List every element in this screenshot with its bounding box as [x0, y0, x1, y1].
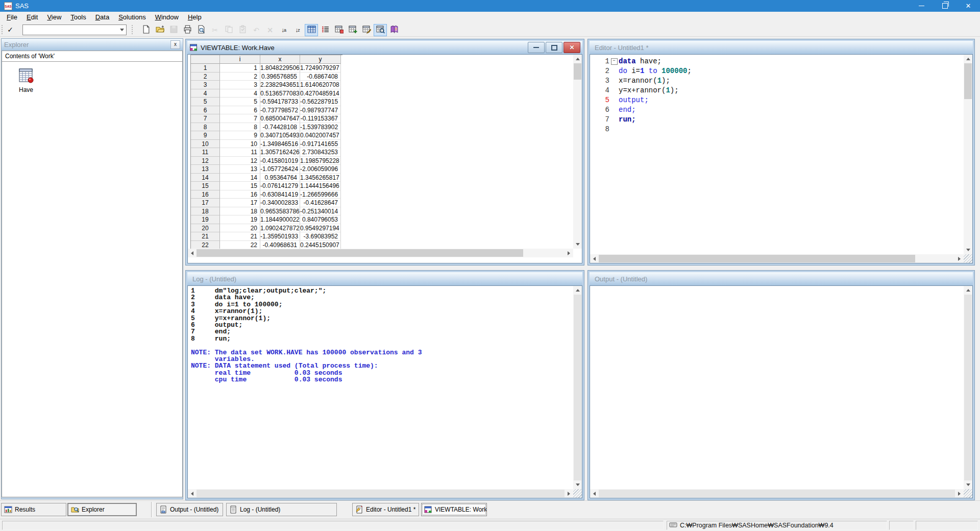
tab-results[interactable]: Results: [1, 503, 66, 516]
resize-grip[interactable]: [573, 489, 582, 498]
data-cell[interactable]: -0.737798572: [260, 106, 300, 115]
data-cell[interactable]: -1.349846516: [260, 140, 300, 149]
column-header-y[interactable]: y: [300, 55, 341, 64]
editor-title-bar[interactable]: Editor - Untitled1 *: [590, 41, 973, 54]
menu-file[interactable]: File: [2, 12, 22, 22]
data-cell[interactable]: 2: [220, 73, 260, 81]
data-cell[interactable]: 0.2445150907: [300, 241, 341, 250]
data-cell[interactable]: -0.119153367: [300, 114, 341, 123]
data-cell[interactable]: -3.69083952: [300, 232, 341, 241]
data-cell[interactable]: -0.6867408: [300, 73, 341, 81]
row-number-cell[interactable]: 7: [191, 114, 220, 123]
data-cell[interactable]: 0.5136577083: [260, 89, 300, 98]
data-cell[interactable]: 2.2382943651: [260, 81, 300, 89]
data-cell[interactable]: 1.6140620708: [300, 81, 341, 89]
row-number-cell[interactable]: 1: [191, 64, 220, 73]
data-cell[interactable]: 0.0402007457: [300, 131, 341, 140]
data-cell[interactable]: 1.3456265817: [300, 174, 341, 182]
where-clause-button[interactable]: [374, 24, 387, 36]
scroll-right-icon[interactable]: [565, 249, 573, 257]
data-cell[interactable]: 8: [220, 123, 260, 132]
row-number-cell[interactable]: 5: [191, 98, 220, 106]
scroll-left-icon[interactable]: [590, 254, 599, 263]
data-cell[interactable]: 22: [220, 241, 260, 250]
column-header-i[interactable]: i: [220, 55, 260, 64]
data-cell[interactable]: 1.8048229506: [260, 64, 300, 73]
data-cell[interactable]: 4: [220, 89, 260, 98]
copy-button[interactable]: [222, 24, 235, 36]
scroll-down-icon[interactable]: [964, 246, 972, 254]
data-cell[interactable]: 0.6850047647: [260, 114, 300, 123]
delete-button[interactable]: ✕: [263, 24, 277, 36]
data-cell[interactable]: 3: [220, 81, 260, 89]
scroll-left-icon[interactable]: [590, 489, 599, 498]
data-cell[interactable]: -0.917141655: [300, 140, 341, 149]
viewtable-hscrollbar[interactable]: [188, 249, 573, 257]
menu-window[interactable]: Window: [151, 12, 183, 22]
viewtable-restore-icon[interactable]: [546, 42, 562, 53]
output-content[interactable]: [590, 285, 973, 498]
data-cell[interactable]: 19: [220, 215, 260, 224]
data-cell[interactable]: 1.1444156496: [300, 182, 341, 190]
row-number-cell[interactable]: 9: [191, 131, 220, 140]
scroll-right-icon[interactable]: [955, 254, 964, 263]
data-cell[interactable]: 6: [220, 106, 260, 115]
scroll-right-icon[interactable]: [955, 489, 964, 498]
row-number-cell[interactable]: 4: [191, 89, 220, 98]
restore-icon[interactable]: [933, 0, 957, 12]
data-cell[interactable]: -0.076141279: [260, 182, 300, 190]
viewtable-title-bar[interactable]: VIEWTABLE: Work.Have ✕: [187, 41, 582, 54]
toolbar-grip2[interactable]: [132, 25, 134, 34]
data-cell[interactable]: 10: [220, 140, 260, 149]
resize-grip[interactable]: [964, 489, 972, 498]
row-number-cell[interactable]: 18: [191, 207, 220, 216]
data-cell[interactable]: -0.987937747: [300, 106, 341, 115]
data-cell[interactable]: -0.340002833: [260, 199, 300, 207]
editor-hscrollbar[interactable]: [590, 254, 964, 263]
data-cell[interactable]: 0.3407105493: [260, 131, 300, 140]
combo-dropdown-icon[interactable]: [118, 25, 126, 35]
output-hscrollbar[interactable]: [590, 489, 964, 498]
scroll-up-icon[interactable]: [573, 286, 582, 295]
viewtable-close-icon[interactable]: ✕: [564, 42, 580, 53]
scroll-left-icon[interactable]: [188, 249, 197, 257]
command-combo[interactable]: [22, 25, 127, 35]
output-title-bar[interactable]: Output - (Untitled): [590, 272, 973, 285]
data-cell[interactable]: -1.359501933: [260, 232, 300, 241]
viewtable-content[interactable]: ixy111.80482295061.7249079297220.3965768…: [187, 54, 582, 263]
help-button[interactable]: ?: [387, 24, 401, 36]
hscroll-thumb[interactable]: [197, 249, 523, 257]
cut-button[interactable]: ✂: [208, 24, 222, 36]
row-number-cell[interactable]: 15: [191, 182, 220, 190]
menu-help[interactable]: Help: [183, 12, 206, 22]
editor-vscrollbar[interactable]: [964, 55, 972, 254]
data-cell[interactable]: 1: [220, 64, 260, 73]
data-cell[interactable]: 0.4270485914: [300, 89, 341, 98]
toolbar-grip[interactable]: [2, 25, 4, 34]
tab-explorer[interactable]: Explorer: [67, 503, 137, 516]
vscroll-thumb[interactable]: [574, 63, 581, 80]
data-cell[interactable]: -1.266599666: [300, 190, 341, 199]
data-cell[interactable]: -1.539783902: [300, 123, 341, 132]
table-view-button[interactable]: [305, 24, 318, 36]
code-fold-icon[interactable]: −: [611, 58, 618, 65]
data-cell[interactable]: 1.3057162426: [260, 148, 300, 157]
data-cell[interactable]: 16: [220, 190, 260, 199]
explorer-close-icon[interactable]: x: [170, 40, 180, 49]
close-icon[interactable]: ✕: [957, 0, 980, 12]
row-number-cell[interactable]: 20: [191, 224, 220, 233]
paste-button[interactable]: [236, 24, 249, 36]
new-file-button[interactable]: [139, 24, 153, 36]
row-number-cell[interactable]: 22: [191, 241, 220, 250]
minimize-icon[interactable]: [910, 0, 933, 12]
scroll-up-icon[interactable]: [573, 55, 582, 63]
data-cell[interactable]: 0.396576855: [260, 73, 300, 81]
column-attributes-button[interactable]: [332, 24, 346, 36]
data-cell[interactable]: 1.1844900022: [260, 215, 300, 224]
log-title-bar[interactable]: Log - (Untitled): [187, 272, 582, 285]
scroll-up-icon[interactable]: [964, 55, 972, 63]
data-cell[interactable]: 0.9653583786: [260, 207, 300, 216]
row-number-cell[interactable]: 14: [191, 174, 220, 182]
edit-mode-button[interactable]: [360, 24, 373, 36]
column-header-x[interactable]: x: [260, 55, 300, 64]
